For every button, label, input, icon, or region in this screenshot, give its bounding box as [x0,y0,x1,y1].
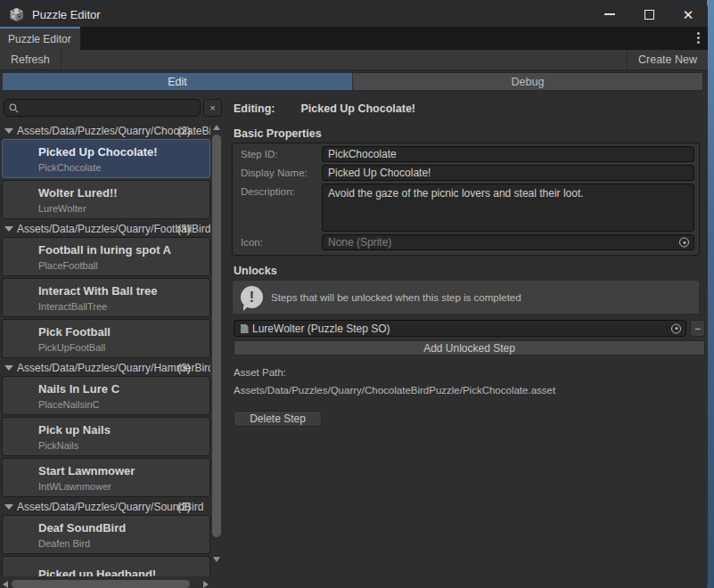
puzzle-step-item[interactable]: Deaf SoundBird Deafen Bird [2,515,210,554]
editing-label: Editing: [234,102,275,115]
foldout-triangle-icon [4,365,13,371]
desktop-edge-strip [707,0,714,588]
create-new-button[interactable]: Create New [627,50,708,69]
step-item-id: PickUpFootBall [38,342,209,353]
puzzle-step-item[interactable]: Football in luring spot A PlaceFootball [2,237,210,276]
step-item-title: Wolter Lured!! [38,186,209,200]
step-item-id: PickChocolate [38,162,209,173]
search-clear-button[interactable]: × [203,99,222,117]
asset-group: Assets/Data/Puzzles/Quarry/SoundBird (2)… [2,499,210,576]
tab-puzzle-editor[interactable]: Puzzle Editor [0,27,80,50]
puzzle-step-item[interactable]: Pick Football PickUpFootBall [2,319,210,358]
delete-step-button[interactable]: Delete Step [234,411,322,427]
unlocks-helpbox: ! Steps that will be unlocked when this … [232,280,700,314]
horizontal-scrollbar-thumb[interactable] [12,580,190,588]
scroll-up-icon[interactable] [213,125,220,130]
step-item-title: Nails In Lure C [38,382,209,396]
search-field[interactable] [19,102,195,114]
close-icon: ✕ [683,8,694,21]
horizontal-scrollbar[interactable] [2,579,210,588]
step-id-label: Step ID: [233,146,322,159]
step-item-title: Football in luring spot A [38,243,209,257]
step-item-id: IntWLawnmower [38,481,209,492]
puzzle-step-item[interactable]: Interact With Ball tree InteractBallTree [2,278,210,317]
refresh-label: Refresh [11,53,50,66]
unlocks-title: Unlocks [234,265,277,277]
step-item-title: Pick Football [38,325,209,339]
step-item-id: PlaceNailsinC [38,399,209,410]
unlocked-step-row: LureWolter (Puzzle Step SO) − [234,320,705,337]
asset-group-header[interactable]: Assets/Data/Puzzles/Quarry/HammerBird (3… [2,360,210,375]
unlocked-step-object-field[interactable]: LureWolter (Puzzle Step SO) [234,320,686,337]
maximize-button[interactable] [629,2,669,27]
asset-group: Assets/Data/Puzzles/Quarry/ChocolateBird… [2,123,210,219]
puzzle-step-item[interactable]: Picked up Headband! [2,556,210,576]
icon-object-field[interactable]: None (Sprite) [322,234,694,250]
refresh-button[interactable]: Refresh [0,50,62,69]
foldout-triangle-icon [4,128,13,134]
puzzle-step-item[interactable]: Picked Up Chocolate! PickChocolate [2,139,210,178]
puzzle-step-item[interactable]: Pick up Nails PickNails [2,417,210,456]
step-id-input[interactable] [322,146,694,162]
scriptable-object-icon [239,323,250,334]
asset-group-count: (3) [177,223,191,235]
remove-unlocked-step-button[interactable]: − [690,320,705,337]
main-area: × Assets/Data/Puzzles/Quarry/ChocolateBi… [0,92,708,588]
puzzle-step-item[interactable]: Start Lawnmower IntWLawnmower [2,458,210,497]
step-item-title: Picked Up Chocolate! [38,145,209,159]
asset-group-count: (2) [177,501,191,513]
maximize-icon [644,10,654,20]
tab-label: Puzzle Editor [8,33,71,45]
editing-value: Picked Up Chocolate! [301,102,416,115]
object-picker-icon[interactable] [671,323,681,333]
step-item-id: Deafen Bird [38,538,209,549]
search-input[interactable] [4,99,201,117]
vertical-scrollbar-thumb[interactable] [212,135,221,537]
scroll-right-icon[interactable] [203,581,209,588]
basic-properties-title: Basic Properties [234,127,322,140]
close-button[interactable]: ✕ [669,2,708,27]
asset-group-header[interactable]: Assets/Data/Puzzles/Quarry/FootballBird … [2,221,210,236]
basic-properties-group: Step ID: Display Name: Description: Icon… [232,143,700,256]
asset-path-label: Asset Path: [234,367,286,378]
description-input[interactable] [322,184,694,232]
add-unlocked-step-label: Add Unlocked Step [423,342,515,355]
step-item-title: Start Lawnmower [38,464,209,478]
puzzle-editor-window: Puzzle Editor ✕ Puzzle Editor Refresh Cr… [0,2,708,588]
toolbar: Refresh Create New [0,50,708,70]
icon-object-value: None (Sprite) [328,236,391,249]
object-picker-icon[interactable] [679,238,689,248]
asset-group: Assets/Data/Puzzles/Quarry/FootballBird … [2,221,210,358]
scroll-left-icon[interactable] [3,581,8,588]
asset-path-value: Assets/Data/Puzzles/Quarry/ChocolateBird… [234,385,555,396]
desktop-background: Puzzle Editor ✕ Puzzle Editor Refresh Cr… [0,0,714,588]
x-icon: × [209,102,215,113]
mode-tabs: Edit Debug [2,72,703,91]
create-new-label: Create New [638,53,697,66]
editor-tab-strip: Puzzle Editor [0,27,708,50]
asset-group-header[interactable]: Assets/Data/Puzzles/Quarry/SoundBird (2) [2,499,210,514]
puzzle-step-item[interactable]: Wolter Lured!! LureWolter [2,180,210,219]
asset-group-header[interactable]: Assets/Data/Puzzles/Quarry/ChocolateBird… [2,123,210,138]
step-item-id: PickNails [38,440,209,451]
title-bar[interactable]: Puzzle Editor ✕ [0,2,708,27]
add-unlocked-step-button[interactable]: Add Unlocked Step [234,340,705,355]
minimize-button[interactable] [590,2,629,27]
tab-menu-button[interactable] [697,32,700,44]
foldout-triangle-icon [4,504,13,510]
display-name-label: Display Name: [233,165,322,178]
vertical-scrollbar[interactable] [211,122,223,576]
display-name-input[interactable] [322,165,694,181]
puzzle-step-item[interactable]: Nails In Lure C PlaceNailsinC [2,376,210,415]
tab-debug[interactable]: Debug [353,72,703,91]
info-bubble-icon: ! [241,286,263,308]
asset-group-count: (3) [177,362,191,374]
step-editor-panel: Editing:Picked Up Chocolate! Basic Prope… [223,92,707,588]
description-label: Description: [233,184,322,197]
edit-tab-label: Edit [168,76,187,88]
app-dice-icon [9,7,24,22]
asset-group-count: (2) [177,125,191,137]
minus-icon: − [694,323,701,335]
scroll-down-icon[interactable] [213,557,220,562]
tab-edit[interactable]: Edit [2,72,353,91]
